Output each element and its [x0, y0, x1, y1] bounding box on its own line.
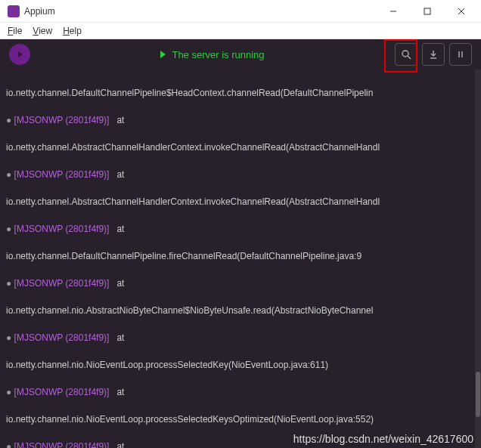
menubar: File View Help: [0, 23, 481, 39]
start-server-button[interactable]: [9, 44, 30, 65]
scrollbar[interactable]: [475, 70, 481, 448]
titlebar: Appium: [0, 0, 481, 23]
window-title: Appium: [24, 6, 376, 17]
watermark-text: https://blog.csdn.net/weixin_42617600: [293, 433, 473, 445]
menu-file[interactable]: File: [3, 24, 26, 38]
svg-rect-1: [424, 8, 430, 14]
app-toolbar: The server is running: [0, 39, 481, 70]
minimize-button[interactable]: [376, 1, 410, 22]
menu-help[interactable]: Help: [58, 24, 86, 38]
app-icon: [8, 5, 20, 17]
svg-line-5: [408, 56, 411, 59]
close-button[interactable]: [444, 1, 478, 22]
content-area: The server is running io.netty.channel.D…: [0, 39, 481, 448]
download-button[interactable]: [422, 43, 445, 66]
menu-view[interactable]: View: [28, 24, 57, 38]
server-status: The server is running: [30, 49, 395, 60]
play-icon: [160, 51, 166, 58]
svg-point-4: [402, 51, 408, 57]
pause-button[interactable]: [449, 43, 472, 66]
log-output[interactable]: io.netty.channel.DefaultChannelPipeline$…: [0, 70, 481, 448]
search-button[interactable]: [395, 43, 417, 66]
maximize-button[interactable]: [410, 1, 444, 22]
status-text: The server is running: [172, 49, 264, 60]
scroll-thumb[interactable]: [476, 372, 480, 417]
